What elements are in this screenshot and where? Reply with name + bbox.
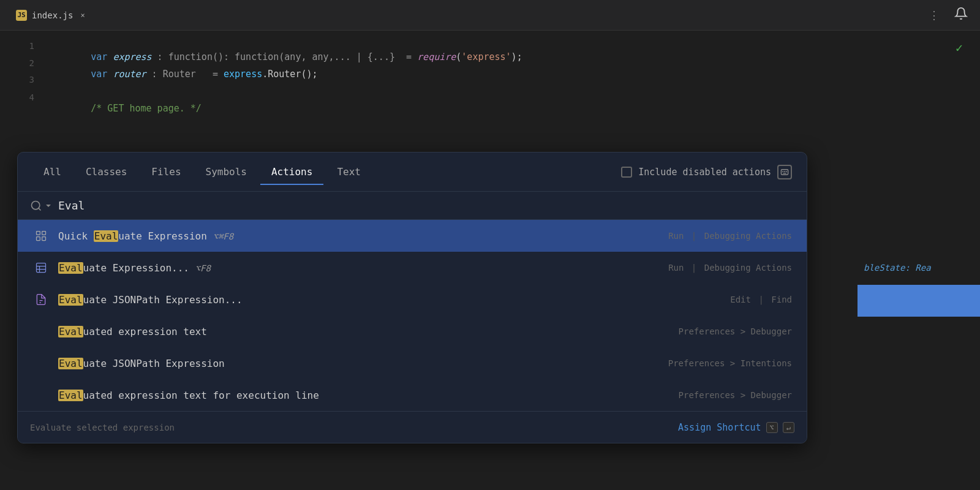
right-code-overlay: bleState: Rea [858,254,980,281]
bottom-description: Evaluate selected expression [30,423,678,432]
result-name-3: Evaluate JSONPath Expression... [58,294,645,306]
result-name-5: Evaluate JSONPath Expression [58,358,645,369]
svg-rect-7 [37,232,40,235]
shortcut-key-enter: ↵ [783,422,794,433]
search-tabs-bar: All Classes Files Symbols Actions Text I… [18,153,807,192]
shortcut-key-alt: ⌥ [766,422,778,433]
search-input-row [18,192,807,220]
notification-bell-button[interactable] [949,4,973,26]
keyboard-shortcut-icon[interactable] [777,165,792,179]
svg-rect-10 [42,237,46,241]
result-category-1: Run | Debugging Actions [645,231,792,241]
right-highlight-bar [858,285,980,317]
result-icon-1 [32,227,50,244]
result-item-6[interactable]: Evaluated expression text for execution … [18,379,807,411]
search-icon-wrap [30,200,52,212]
tab-text[interactable]: Text [326,160,372,185]
assign-shortcut-button[interactable]: Assign Shortcut ⌥ ↵ [678,422,794,433]
result-name-4: Evaluated expression text [58,326,645,337]
svg-point-5 [32,201,40,209]
search-dropdown-icon [45,202,52,209]
result-item-1[interactable]: Quick Evaluate Expression ⌥⌘F8 Run | Deb… [18,220,807,252]
code-line-4: 4 /* GET home page. */ [0,92,980,109]
result-icon-6 [32,386,50,404]
tab-menu-button[interactable]: ⋮ [924,6,944,24]
svg-rect-9 [37,237,40,241]
right-partial-text: bleState: Rea [858,254,980,281]
tab-actions[interactable]: Actions [260,160,323,185]
include-disabled-area: Include disabled actions [621,165,792,179]
include-disabled-label: Include disabled actions [638,167,771,178]
result-category-3: Edit | Find [645,295,792,304]
result-item-2[interactable]: Evaluate Expression... ⌥F8 Run | Debuggi… [18,252,807,284]
result-item-4[interactable]: Evaluated expression text Preferences > … [18,315,807,347]
result-name-1: Quick Evaluate Expression ⌥⌘F8 [58,230,645,242]
bottom-bar: Evaluate selected expression Assign Shor… [18,411,807,443]
result-category-5: Preferences > Intentions [645,358,792,368]
tab-classes[interactable]: Classes [75,160,138,185]
result-category-4: Preferences > Debugger [645,326,792,336]
svg-rect-11 [37,263,46,273]
result-icon-2 [32,259,50,276]
check-mark-indicator: ✓ [956,40,963,55]
search-icon [30,200,42,212]
result-icon-5 [32,355,50,372]
search-overlay: All Classes Files Symbols Actions Text I… [17,152,807,443]
result-category-6: Preferences > Debugger [645,390,792,400]
results-list: Quick Evaluate Expression ⌥⌘F8 Run | Deb… [18,220,807,411]
result-name-6: Evaluated expression text for execution … [58,390,645,401]
result-icon-4 [32,323,50,340]
tab-close-button[interactable]: × [78,10,87,21]
search-input[interactable] [58,199,794,212]
tab-all[interactable]: All [32,160,72,185]
js-file-icon: JS [16,10,27,21]
code-line-1: 1 var express : function(): function(any… [0,40,980,58]
tab-bar: JS index.js × ⋮ [0,0,980,31]
result-icon-3 [32,291,50,308]
result-category-2: Run | Debugging Actions [645,263,792,273]
include-disabled-checkbox[interactable] [621,167,632,178]
svg-rect-8 [42,232,46,235]
result-item-5[interactable]: Evaluate JSONPath Expression Preferences… [18,347,807,379]
svg-line-6 [39,208,41,210]
result-item-3[interactable]: Evaluate JSONPath Expression... Edit | F… [18,284,807,315]
editor-tab[interactable]: JS index.js × [7,6,96,24]
code-area: 1 var express : function(): function(any… [0,31,980,119]
result-name-2: Evaluate Expression... ⌥F8 [58,262,645,274]
assign-shortcut-label: Assign Shortcut [678,422,761,433]
tab-filename: index.js [32,10,73,20]
tab-files[interactable]: Files [140,160,192,185]
tab-symbols[interactable]: Symbols [195,160,258,185]
